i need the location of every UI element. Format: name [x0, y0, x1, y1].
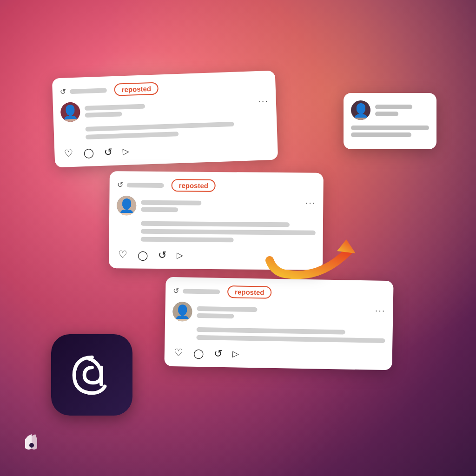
svg-point-2	[65, 116, 77, 122]
watermark-svg	[19, 432, 44, 458]
skeleton-username-top-3	[183, 289, 220, 294]
skeleton-name-2	[141, 200, 201, 205]
svg-point-13	[184, 309, 185, 310]
skeleton-handle-2	[141, 207, 178, 212]
content-1	[61, 120, 270, 140]
partial-name	[375, 105, 412, 109]
threads-logo-svg	[66, 350, 118, 401]
user-row-1: ···	[60, 95, 269, 122]
comment-icon-1[interactable]: ◯	[83, 147, 94, 159]
like-icon-1[interactable]: ♡	[64, 147, 73, 160]
repost-icon-1: ↺	[60, 87, 66, 96]
svg-point-5	[355, 114, 367, 120]
skeleton-name-3	[197, 306, 257, 311]
content-line-1a	[85, 122, 234, 132]
user-row-3: ···	[172, 302, 386, 325]
content-line-2c	[141, 237, 234, 243]
user-info-2	[141, 200, 301, 213]
svg-point-11	[176, 315, 188, 322]
repost-action-icon-3[interactable]: ↺	[214, 348, 222, 360]
svg-point-3	[351, 100, 370, 120]
reposted-badge-2: reposted	[172, 179, 216, 192]
post-card-partial	[344, 93, 436, 149]
content-3	[172, 327, 385, 343]
skeleton-handle-1	[85, 112, 122, 118]
svg-rect-14	[180, 308, 185, 309]
partial-line-2	[351, 132, 411, 137]
skeleton-name-1	[85, 104, 145, 111]
svg-point-8	[120, 209, 132, 215]
partial-handle	[375, 112, 398, 116]
comment-icon-3[interactable]: ◯	[193, 348, 204, 359]
avatar-1	[60, 102, 80, 122]
reposted-badge-1: reposted	[114, 82, 159, 96]
like-icon-3[interactable]: ♡	[174, 347, 183, 359]
content-line-3b	[196, 335, 385, 343]
more-dots-1[interactable]: ···	[258, 95, 269, 106]
partial-user-row	[351, 100, 429, 120]
svg-point-7	[123, 200, 130, 207]
share-icon-3[interactable]: ▷	[232, 349, 239, 359]
more-dots-2[interactable]: ···	[305, 198, 316, 208]
watermark	[19, 432, 44, 460]
skeleton-username-top-2	[127, 183, 164, 188]
avatar-2	[117, 196, 136, 215]
share-icon-1[interactable]: ▷	[122, 146, 129, 157]
partial-content	[351, 126, 429, 137]
repost-row-1: ↺ reposted	[60, 78, 268, 98]
svg-point-9	[172, 302, 192, 322]
user-info-3	[197, 306, 370, 321]
skeleton-username-top	[70, 88, 107, 94]
avatar-partial	[351, 100, 370, 120]
post-card-1: ↺ reposted ···	[52, 71, 278, 168]
svg-point-12	[180, 309, 181, 310]
repost-action-icon-2[interactable]: ↺	[158, 249, 166, 261]
repost-action-icon-1[interactable]: ↺	[104, 146, 112, 159]
comment-icon-2[interactable]: ◯	[138, 250, 148, 261]
svg-point-10	[178, 306, 186, 313]
avatar-3	[172, 302, 192, 322]
action-row-1: ♡ ◯ ↺ ▷	[62, 140, 271, 160]
repost-icon-3: ↺	[173, 286, 179, 295]
skeleton-handle-3	[197, 313, 234, 318]
action-row-3: ♡ ◯ ↺ ▷	[172, 347, 385, 363]
svg-point-0	[60, 102, 80, 122]
partial-user-info	[375, 105, 429, 116]
repost-row-2: ↺ reposted	[117, 178, 316, 193]
repost-icon-2: ↺	[117, 180, 123, 189]
svg-point-4	[357, 105, 364, 112]
scene: ↺ reposted ···	[0, 0, 476, 476]
svg-point-1	[66, 106, 74, 114]
partial-line-1	[351, 126, 429, 130]
like-icon-2[interactable]: ♡	[118, 249, 127, 261]
share-icon-2[interactable]: ▷	[177, 250, 183, 260]
svg-point-6	[117, 196, 136, 215]
arrow-graphic	[265, 214, 358, 288]
user-info-1	[85, 100, 254, 118]
threads-logo	[51, 334, 132, 416]
post-card-3: ↺ reposted ···	[164, 277, 393, 370]
svg-point-17	[29, 443, 34, 448]
content-line-1b	[86, 132, 178, 139]
svg-marker-15	[337, 239, 356, 253]
more-dots-3[interactable]: ···	[375, 305, 386, 316]
content-line-3a	[197, 327, 345, 335]
